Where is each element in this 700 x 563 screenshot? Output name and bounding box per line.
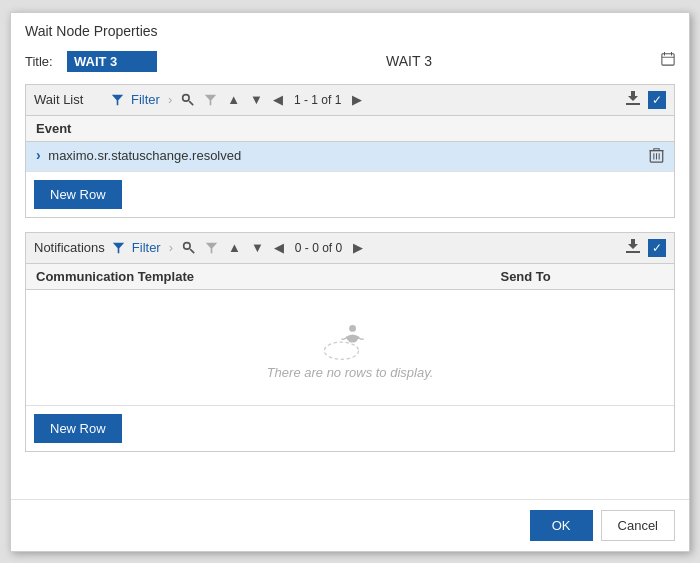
wait-list-new-row-btn[interactable]: New Row — [34, 180, 122, 209]
row-expand-btn[interactable]: › — [36, 147, 41, 163]
notifications-up-btn[interactable]: ▲ — [225, 238, 244, 257]
event-value: maximo.sr.statuschange.resolved — [48, 148, 241, 163]
notifications-col-template: Communication Template — [26, 264, 490, 290]
wait-list-filter-link[interactable]: Filter — [131, 92, 160, 107]
svg-point-5 — [183, 95, 190, 102]
notifications-pagination: 0 - 0 of 0 — [295, 241, 342, 255]
wait-list-search-btn[interactable] — [178, 91, 197, 108]
wait-list-next-btn[interactable]: ▶ — [349, 90, 365, 109]
title-label: Title: — [25, 54, 57, 69]
empty-state: There are no rows to display. — [36, 295, 664, 400]
notifications-new-row-btn[interactable]: New Row — [34, 414, 122, 443]
wait-list-filter2-btn[interactable] — [201, 91, 220, 108]
table-row[interactable]: › maximo.sr.statuschange.resolved — [26, 141, 674, 171]
calendar-icon[interactable] — [661, 52, 675, 70]
wait-list-label: Wait List — [34, 92, 104, 107]
notifications-search-btn[interactable] — [179, 239, 198, 256]
notifications-download-btn[interactable] — [622, 237, 644, 259]
notifications-next-btn[interactable]: ▶ — [350, 238, 366, 257]
notifications-label: Notifications — [34, 240, 105, 255]
wait-list-up-btn[interactable]: ▲ — [224, 90, 243, 109]
empty-icon — [320, 315, 380, 365]
wait-list-toolbar: Wait List Filter › ▲ ▼ ◀ 1 - 1 of 1 ▶ — [26, 85, 674, 116]
svg-rect-0 — [662, 54, 674, 65]
svg-rect-8 — [626, 103, 640, 105]
wait-list-pagination: 1 - 1 of 1 — [294, 93, 341, 107]
empty-message: There are no rows to display. — [267, 365, 434, 380]
notifications-down-btn[interactable]: ▼ — [248, 238, 267, 257]
dialog-title-bar: Wait Node Properties — [11, 13, 689, 43]
wait-list-down-btn[interactable]: ▼ — [247, 90, 266, 109]
dialog-title: Wait Node Properties — [25, 23, 158, 39]
notifications-sep1: › — [169, 240, 173, 255]
wait-list-filter-icon-btn[interactable] — [108, 91, 127, 108]
notifications-prev-btn[interactable]: ◀ — [271, 238, 287, 257]
notifications-filter2-btn[interactable] — [202, 239, 221, 256]
title-input[interactable] — [67, 51, 157, 72]
empty-state-row: There are no rows to display. — [26, 289, 674, 405]
svg-point-19 — [324, 342, 358, 359]
wait-list-checkbox-btn[interactable]: ✓ — [648, 91, 666, 109]
svg-marker-14 — [113, 243, 124, 254]
svg-point-15 — [184, 243, 191, 250]
notifications-toolbar: Notifications Filter › ▲ ▼ ◀ 0 - 0 of 0 … — [26, 233, 674, 264]
wait-node-properties-dialog: Wait Node Properties Title: WAIT 3 Wait … — [10, 12, 690, 552]
title-row: Title: WAIT 3 — [25, 51, 675, 72]
svg-marker-4 — [112, 95, 123, 106]
wait-list-section: Wait List Filter › ▲ ▼ ◀ 1 - 1 of 1 ▶ — [25, 84, 675, 218]
svg-rect-18 — [626, 251, 640, 253]
wait-list-prev-btn[interactable]: ◀ — [270, 90, 286, 109]
wait-list-download-btn[interactable] — [622, 89, 644, 111]
wait-list-col-event: Event — [26, 116, 674, 142]
notifications-section: Notifications Filter › ▲ ▼ ◀ 0 - 0 of 0 … — [25, 232, 675, 452]
svg-point-20 — [349, 325, 356, 332]
notifications-table: Communication Template Send To — [26, 264, 674, 406]
dialog-footer: OK Cancel — [11, 499, 689, 551]
wait-list-table: Event › maximo.sr.statuschange.resolved — [26, 116, 674, 172]
svg-marker-17 — [206, 243, 217, 254]
svg-line-6 — [189, 101, 193, 105]
notifications-filter-link[interactable]: Filter — [132, 240, 161, 255]
empty-state-cell: There are no rows to display. — [26, 289, 674, 405]
notifications-col-sendto: Send To — [490, 264, 674, 290]
ok-button[interactable]: OK — [530, 510, 593, 541]
wait-list-sep1: › — [168, 92, 172, 107]
svg-marker-7 — [205, 95, 216, 106]
title-display-value: WAIT 3 — [167, 53, 651, 69]
svg-line-16 — [190, 249, 194, 253]
notifications-checkbox-btn[interactable]: ✓ — [648, 239, 666, 257]
dialog-body: Title: WAIT 3 Wait List Filter — [11, 43, 689, 499]
event-cell: › maximo.sr.statuschange.resolved — [26, 141, 674, 171]
cancel-button[interactable]: Cancel — [601, 510, 675, 541]
delete-row-btn[interactable] — [649, 147, 664, 166]
notifications-filter-icon-btn[interactable] — [109, 239, 128, 256]
